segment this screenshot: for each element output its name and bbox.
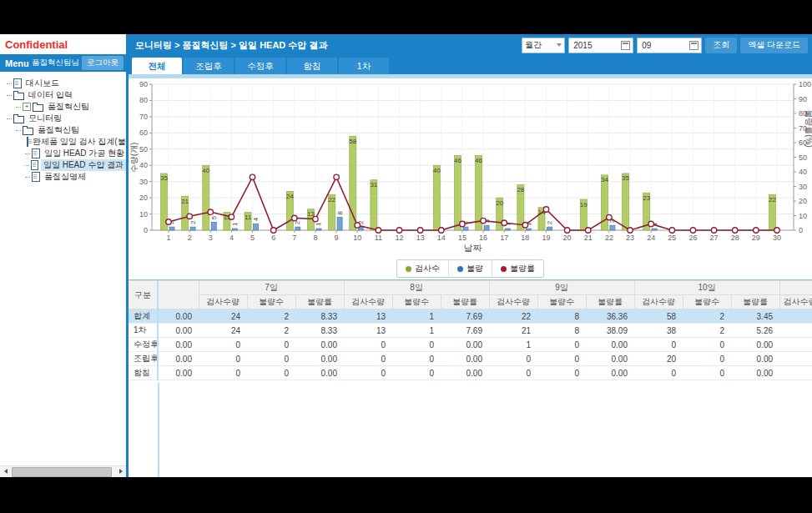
svg-text:18: 18	[521, 234, 529, 242]
svg-text:15: 15	[458, 234, 467, 242]
svg-text:46: 46	[475, 157, 482, 164]
tab-4[interactable]: 1차	[339, 58, 389, 74]
svg-text:0: 0	[144, 226, 148, 234]
rate-point	[334, 174, 339, 179]
svg-text:9: 9	[335, 234, 339, 242]
tree-item-5[interactable]: 완제품 일일 검사 집계(불량)	[3, 136, 126, 148]
svg-text:21: 21	[181, 198, 189, 205]
cell: 38.09	[586, 324, 634, 338]
sub-header: 검사수량	[199, 295, 247, 309]
tab-3[interactable]: 함침	[287, 58, 337, 74]
tree-item-0[interactable]: 대시보드	[3, 78, 126, 89]
sub-header: 검사수량	[489, 295, 537, 309]
scroll-thumb[interactable]	[12, 467, 112, 477]
cell: 0.00	[586, 352, 634, 366]
tab-1[interactable]: 조립후	[184, 58, 234, 74]
scroll-left-arrow[interactable]	[0, 466, 11, 476]
defect-bar	[610, 225, 615, 230]
sub-header: 불량수	[537, 295, 586, 309]
group-header: 9일	[489, 281, 634, 295]
row-label: 1차	[129, 324, 158, 338]
svg-text:5: 5	[250, 234, 255, 242]
search-button[interactable]: 조회	[705, 38, 737, 53]
folder-icon	[13, 93, 24, 100]
tree-connector	[25, 153, 30, 154]
tree-item-2[interactable]: +품질혁신팀	[3, 101, 126, 113]
group-header: 7일	[199, 281, 344, 295]
cell: 0.00	[295, 338, 344, 352]
data-table: 구분7일8일9일10일검사수량불량수불량률검사수량불량수불량률검사수량불량수불량…	[129, 280, 812, 380]
cell: 0.00	[731, 366, 779, 380]
legend-item-0: 검사수	[397, 260, 448, 277]
tree-connector	[7, 118, 12, 119]
table-row-1[interactable]: 1차0.002428.331317.6921838.093825.26	[129, 324, 812, 338]
month-input[interactable]	[640, 40, 689, 51]
cell: 3.45	[731, 309, 779, 324]
excel-download-button[interactable]: 엑셀 다운로드	[740, 38, 808, 53]
partial-group-header	[779, 281, 812, 295]
partial-sub-header: 검사수량	[779, 295, 812, 309]
cell: 1	[392, 309, 441, 324]
svg-text:20: 20	[139, 194, 148, 202]
defect-bar-label: 1	[231, 222, 239, 226]
defect-bar	[505, 229, 510, 230]
expand-icon[interactable]: +	[23, 103, 31, 111]
cell: 0	[199, 366, 247, 380]
cell: 2	[247, 309, 295, 324]
cell: 0	[344, 366, 392, 380]
scroll-right-arrow[interactable]	[115, 466, 126, 476]
cell: 8.33	[295, 324, 344, 338]
year-input[interactable]	[572, 40, 621, 51]
svg-text:50: 50	[139, 145, 148, 153]
rate-point	[376, 228, 381, 233]
cell: 0.00	[158, 352, 199, 366]
tree-item-1[interactable]: 데이터 입력	[3, 89, 126, 101]
cell: 13	[344, 309, 392, 324]
cell: 0	[247, 366, 295, 380]
calendar-icon[interactable]	[621, 41, 630, 50]
table-row-3[interactable]: 조립후0.00000.00000.00000.002000.00	[129, 352, 812, 366]
rate-point	[481, 218, 486, 223]
period-select[interactable]: 월간	[522, 38, 565, 53]
file-icon	[13, 78, 22, 88]
cell: 24	[199, 324, 247, 338]
rate-point	[229, 214, 234, 219]
table-row-4[interactable]: 함침0.00000.00000.00000.00000.00	[129, 366, 812, 380]
cell: 5.26	[731, 324, 779, 338]
sub-header: 불량률	[295, 295, 344, 309]
cell	[779, 324, 812, 338]
tree-item-4[interactable]: 품질혁신팀	[3, 124, 126, 136]
cell: 0.00	[731, 338, 779, 352]
cell: 0	[634, 366, 683, 380]
svg-text:29: 29	[752, 234, 760, 242]
table-row-2[interactable]: 수정후0.00000.00000.00100.00000.00	[129, 338, 812, 352]
defect-bar	[484, 225, 489, 230]
folder-icon	[33, 104, 43, 112]
svg-text:24: 24	[647, 234, 655, 242]
svg-text:20: 20	[563, 234, 572, 242]
tab-0[interactable]: 전체	[132, 58, 182, 74]
svg-text:70: 70	[139, 113, 148, 121]
cell: 0.00	[158, 309, 199, 324]
tree-item-7[interactable]: 일일 HEAD 수압 결과	[3, 159, 126, 171]
tree-item-6[interactable]: 일일 HEAD 가공 현황	[3, 148, 126, 159]
svg-text:7: 7	[292, 234, 296, 242]
legend-label: 검사수	[415, 263, 440, 274]
logout-button[interactable]: 로그아웃	[82, 56, 124, 70]
month-field	[637, 38, 702, 53]
calendar-icon[interactable]	[689, 41, 699, 50]
rate-point	[208, 209, 213, 214]
tree-item-label: 대시보드	[24, 78, 61, 89]
svg-text:34: 34	[601, 176, 608, 184]
svg-text:28: 28	[517, 186, 524, 194]
cell: 8.33	[295, 309, 344, 324]
tree-item-8[interactable]: 품질실명제	[3, 171, 126, 183]
cell: 0.00	[586, 366, 634, 380]
sidebar-h-scrollbar[interactable]	[0, 465, 126, 477]
tree-item-3[interactable]: 모니터링	[3, 113, 126, 124]
table-row-0[interactable]: 합계0.002428.331317.6922836.365823.45	[129, 309, 812, 324]
legend-item-1: 불량	[448, 260, 492, 277]
tab-2[interactable]: 수정후	[235, 58, 285, 74]
cell: 0	[344, 338, 392, 352]
cell: 0	[392, 338, 441, 352]
